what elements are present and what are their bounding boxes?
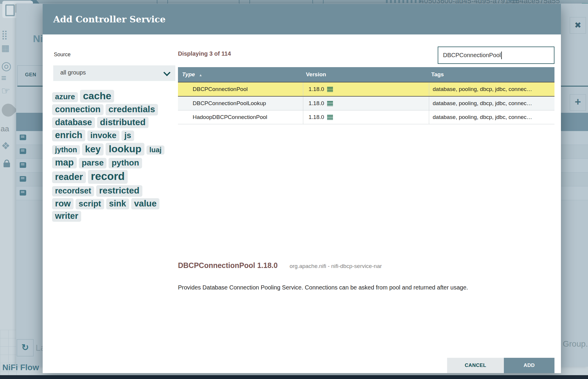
column-header-version[interactable]: Version	[303, 71, 429, 78]
book-icon	[20, 135, 26, 140]
tag-pill-cache[interactable]: cache	[80, 90, 114, 102]
tag-pill-record[interactable]: record	[88, 170, 128, 184]
left-icon-column: ⣿ ▦ ◎ ≡ ☞ ❖	[0, 0, 16, 379]
status-bar	[0, 375, 588, 379]
chevron-down-icon	[163, 69, 170, 76]
source-group-dropdown[interactable]: all groups	[53, 65, 175, 81]
hand-icon: ☞	[1, 85, 10, 97]
book-icon	[20, 176, 26, 182]
template-icon	[386, 0, 421, 3]
breadcrumb: NiFi Flow	[2, 363, 39, 372]
selected-service-title: DBCPConnectionPool 1.18.0	[178, 261, 278, 269]
source-label: Source	[54, 52, 71, 58]
cell-type: DBCPConnectionPool	[178, 86, 303, 92]
tag-pill-enrich[interactable]: enrich	[52, 130, 85, 141]
source-group-value: all groups	[60, 69, 86, 76]
dialog-body: Source all groups azurecacheconnectioncr…	[43, 34, 561, 373]
lock-icon	[4, 163, 10, 167]
selected-service-description: Provides Database Connection Pooling Ser…	[178, 284, 549, 291]
grid-dots-icon: ⣿	[1, 29, 8, 40]
tab-general-label: GEN	[25, 72, 36, 78]
cell-version: 1.18.0	[303, 97, 429, 110]
tag-pill-script[interactable]: script	[76, 199, 104, 209]
tag-pill-parse[interactable]: parse	[79, 158, 107, 168]
cell-tags: database, pooling, dbcp, jdbc, connec…	[429, 82, 554, 96]
tag-pill-restricted[interactable]: restricted	[96, 185, 142, 197]
tag-pill-row[interactable]: row	[52, 198, 74, 210]
book-icon	[20, 190, 26, 196]
dialog-header: Add Controller Service	[43, 4, 561, 34]
cell-version: 1.18.0	[303, 110, 429, 124]
puzzle-icon: ❖	[1, 140, 10, 152]
service-type-table: Type ▲ Version Tags DBCPConnectionPool1.…	[178, 67, 554, 124]
close-icon: ✖	[570, 17, 586, 34]
refresh-icon: ↻	[17, 339, 34, 356]
tag-pill-writer[interactable]: writer	[52, 211, 81, 222]
result-count: Displaying 3 of 114	[178, 50, 231, 57]
cell-tags: database, pooling, dbcp, jdbc, connec…	[429, 97, 554, 110]
tag-pill-jython[interactable]: jython	[52, 145, 80, 155]
add-button[interactable]: ADD	[504, 358, 554, 373]
filter-type-value: DBCPConnectionPool	[443, 52, 501, 59]
version-list-icon	[327, 101, 333, 106]
text-caret	[501, 52, 502, 59]
tag-pill-credentials[interactable]: credentials	[106, 104, 158, 115]
cell-tags: database, pooling, dbcp, jdbc, connec…	[429, 110, 554, 124]
tag-pill-lookup[interactable]: lookup	[106, 143, 144, 155]
cell-type: DBCPConnectionPoolLookup	[178, 100, 303, 107]
tag-pill-invoke[interactable]: invoke	[87, 130, 119, 141]
tag-pill-connection[interactable]: connection	[52, 104, 104, 115]
book-icon	[20, 148, 26, 154]
column-header-type[interactable]: Type ▲	[178, 71, 303, 78]
add-service-icon: +	[570, 94, 586, 111]
version-list-icon	[327, 115, 333, 120]
tag-pill-python[interactable]: python	[109, 158, 142, 168]
tag-pill-distributed[interactable]: distributed	[97, 117, 149, 128]
tag-pill-recordset[interactable]: recordset	[52, 186, 94, 196]
dialog-title: Add Controller Service	[53, 14, 166, 24]
tag-pill-database[interactable]: database	[52, 117, 95, 128]
tag-pill-luaj[interactable]: luaj	[146, 145, 164, 155]
table-rows: DBCPConnectionPool1.18.0database, poolin…	[178, 82, 554, 124]
sort-asc-icon: ▲	[199, 73, 202, 77]
cancel-button[interactable]: CANCEL	[447, 358, 504, 373]
version-list-icon	[327, 87, 333, 92]
add-controller-service-dialog: Add Controller Service Source all groups…	[43, 4, 561, 373]
selected-service-details: DBCPConnectionPool 1.18.0 org.apache.nif…	[178, 261, 382, 270]
cell-version: 1.18.0	[303, 82, 429, 96]
tag-pill-azure[interactable]: azure	[52, 92, 78, 102]
table-row-DBCPConnectionPool[interactable]: DBCPConnectionPool1.18.0database, poolin…	[178, 82, 554, 97]
book-icon	[20, 162, 26, 168]
selected-service-bundle: org.apache.nifi - nifi-dbcp-service-nar	[289, 263, 382, 269]
nifi-screen: 40503600-ad45-4d95-a791-1b4ace575a55 Fi …	[0, 0, 588, 379]
table-header-row: Type ▲ Version Tags	[178, 67, 554, 82]
tag-pill-sink[interactable]: sink	[106, 198, 129, 209]
table-row-HadoopDBCPConnectionPool[interactable]: HadoopDBCPConnectionPool1.18.0database, …	[178, 110, 554, 124]
group-text: Group.	[563, 339, 588, 349]
table-row-DBCPConnectionPoolLookup[interactable]: DBCPConnectionPoolLookup1.18.0database, …	[178, 97, 554, 110]
tag-pill-js[interactable]: js	[121, 130, 134, 141]
tag-cloud: azurecacheconnectioncredentialsdatabased…	[52, 90, 190, 223]
cell-type: HadoopDBCPConnectionPool	[178, 114, 303, 120]
tag-pill-reader[interactable]: reader	[52, 171, 86, 183]
lines-icon: ≡	[1, 73, 6, 83]
compass-icon: ◎	[1, 59, 11, 72]
tag-pill-value[interactable]: value	[131, 198, 160, 210]
tag-pill-map[interactable]: map	[52, 157, 77, 169]
column-header-tags[interactable]: Tags	[429, 71, 554, 78]
tag-pill-key[interactable]: key	[82, 143, 104, 155]
bricks-icon: ▦	[1, 43, 9, 53]
aa-label: aa	[1, 124, 9, 133]
filter-type-input[interactable]: DBCPConnectionPool	[438, 47, 554, 64]
